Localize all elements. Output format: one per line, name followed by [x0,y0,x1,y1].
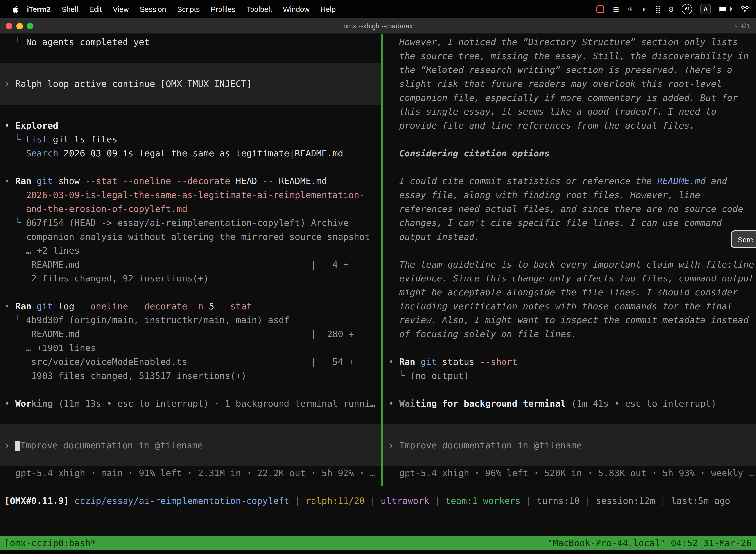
terminal-line: • Ran git log --oneline --decorate -n 5 … [4,299,381,313]
terminal-line [388,132,756,147]
terminal-line: README.md | 280 + [4,327,381,341]
terminal-line: output instead. [388,230,756,244]
terminal-line: › Ralph loop active continue [OMX_TMUX_I… [4,77,252,91]
desktop-screen: iTerm2ShellEditViewSessionScriptsProfile… [0,0,756,554]
terminal-line: changes, I can't cite specific file line… [388,216,756,230]
menu-item-shell[interactable]: Shell [56,5,83,13]
terminal-line: └ 067f154 (HEAD -> essay/ai-reimplementa… [4,216,381,230]
terminal-line: However, I noticed the “Directory Struct… [388,35,756,49]
terminal-line: companion file, especially if more comme… [388,91,756,105]
menu-item-toolbelt[interactable]: Toolbelt [241,5,277,13]
terminal-line: might be acceptable alongside the file l… [388,285,756,299]
terminal-line: references need actual files, and since … [388,202,756,216]
terminal-line: Search 2026-03-09-is-legal-the-same-as-l… [4,147,381,160]
terminal-line: review. Also, I might want to inspect th… [388,313,756,327]
terminal-line: … +2 lines [4,244,381,258]
terminal-line: • Waiting for background terminal (1m 41… [388,397,756,410]
tmux-session-window-label: [omx-cczip0:bash* [4,537,96,548]
menu-item-scripts[interactable]: Scripts [172,5,205,13]
terminal-line: this single essay, it seems like a good … [388,105,756,119]
block-cursor [15,441,20,451]
paper-plane-icon[interactable]: ✈ [628,5,634,14]
screen-bottom-edge [0,550,756,554]
apple-logo-icon [12,5,19,13]
window-grid-icon[interactable]: ⊞ [613,5,619,14]
right-model-status-line: gpt-5.4 xhigh · 96% left · 520K in · 5.8… [388,466,756,480]
terminal-line: src/voice/voiceModeEnabled.ts | 54 + [4,355,381,369]
menu-item-session[interactable]: Session [134,5,172,13]
menu-item-view[interactable]: View [107,5,134,13]
zoom-window-button[interactable] [27,22,33,29]
spacer [388,410,756,425]
terminal-line: └ No agents completed yet [4,35,381,49]
terminal-line: • Working (11m 13s • esc to interrupt) ·… [4,397,381,410]
right-terminal-pane[interactable]: However, I noticed the “Directory Struct… [383,34,756,487]
terminal-line: • Ran git status --short [388,355,756,369]
dots-grid-icon[interactable]: ⣿ [655,5,660,14]
left-pane-output: • Explored └ List git ls-files Search 20… [4,119,381,410]
right-pane-output: However, I noticed the “Directory Struct… [388,35,756,410]
terminal-line: › Improve documentation in @filename [4,438,203,452]
left-prompt-input[interactable]: › Improve documentation in @filename [0,425,381,466]
terminal-line: evidence. Since this change only affects… [388,272,756,285]
macos-menu-bar: iTerm2ShellEditViewSessionScriptsProfile… [0,0,756,18]
terminal-line: companion analysis without altering the … [4,230,381,244]
terminal-line: └ 4b9d30f (origin/main, instructkr/main,… [4,313,381,327]
input-source-icon[interactable]: A [700,4,711,14]
terminal-line: › Improve documentation in @filename [388,438,582,452]
terminal-line: 1903 files changed, 513517 insertions(+) [4,369,381,383]
menu-item-edit[interactable]: Edit [83,5,107,13]
figure8-app-icon[interactable]: 8 [669,5,673,13]
window-title-bar[interactable]: omx --xhigh --madmax ⌥⌘1 [0,18,756,34]
left-terminal-pane[interactable]: └ No agents completed yet › Ralph loop a… [0,34,381,487]
spacer [4,49,381,63]
menu-item-window[interactable]: Window [277,5,315,13]
menubar-status-icons: ⊞✈◐⣿8.61A [596,4,749,14]
battery-gauge-icon[interactable]: .61 [682,4,692,14]
terminal-area: └ No agents completed yet › Ralph loop a… [0,34,756,536]
screen-recording-icon[interactable] [596,5,605,13]
terminal-line: essay file, along with finding root file… [388,188,756,202]
terminal-line [388,160,756,174]
wifi-icon[interactable] [741,6,749,12]
terminal-line: I could cite commit statistics or refere… [388,174,756,188]
terminal-line: README.md | 4 + [4,258,381,272]
tmux-host-clock-label: "MacBook-Pro-44.local" 04:52 31-Mar-26 [547,537,752,548]
terminal-line: 2 files changed, 92 insertions(+) [4,272,381,285]
terminal-line [4,383,381,397]
terminal-line: the “Related research writing” section i… [388,63,756,77]
terminal-line [388,383,756,397]
terminal-line: and-the-erosion-of-copyleft.md [4,202,381,216]
terminal-line: the source tree, missing the essay. Stil… [388,49,756,63]
terminal-line: • Ran git show --stat --oneline --decora… [4,174,381,188]
terminal-line [4,160,381,174]
shutter-app-icon[interactable]: ◐ [642,5,647,13]
right-prompt-input[interactable]: › Improve documentation in @filename [383,425,756,466]
menu-item-help[interactable]: Help [315,5,341,13]
spacer [4,105,381,119]
minimize-window-button[interactable] [16,22,23,29]
terminal-line: └ (no output) [388,369,756,383]
screenshot-overlay-label: Scre [738,235,753,243]
terminal-line: [OMX#0.11.9] cczip/essay/ai-reimplementa… [4,494,756,508]
tmux-status-bar: [omx-cczip0:bash* "MacBook-Pro-44.local"… [0,536,756,550]
apple-menu[interactable] [7,5,24,13]
terminal-line: slight risk that future readers may over… [388,77,756,91]
close-window-button[interactable] [6,22,12,29]
terminal-line: provide file and line references from th… [388,119,756,132]
inject-banner: › Ralph loop active continue [OMX_TMUX_I… [0,63,381,105]
terminal-line: The team guideline is to back every impo… [388,258,756,272]
terminal-line [4,285,381,299]
terminal-line: • Explored [4,119,381,132]
terminal-line: Considering citation options [388,147,756,160]
terminal-line [388,341,756,355]
screenshot-overlay[interactable]: Scre [731,230,756,248]
battery-icon[interactable] [719,6,732,12]
window-shortcut-badge: ⌥⌘1 [733,22,756,30]
terminal-line: 2026-03-09-is-legal-the-same-as-legitima… [4,188,381,202]
menu-item-iterm2[interactable]: iTerm2 [24,5,56,13]
tmux-panes: └ No agents completed yet › Ralph loop a… [0,34,756,487]
menu-item-profiles[interactable]: Profiles [205,5,241,13]
terminal-line: of focusing solely on file lines. [388,327,756,341]
terminal-line: including verification notes with those … [388,299,756,313]
